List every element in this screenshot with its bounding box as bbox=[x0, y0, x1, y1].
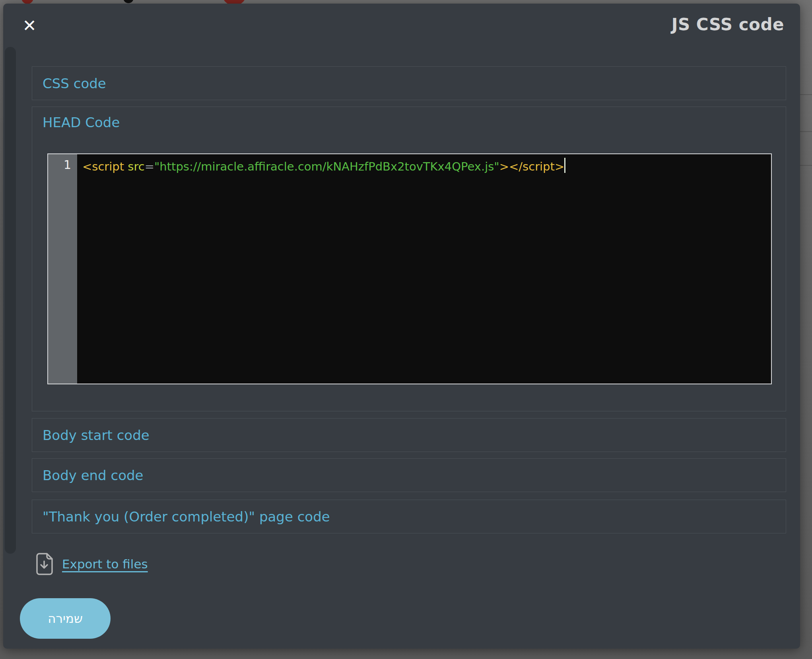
code-token-tag: <script bbox=[82, 160, 128, 173]
backdrop-black-badge-icon bbox=[123, 0, 134, 3]
file-download-icon bbox=[36, 552, 53, 576]
export-to-files-link[interactable]: Export to files bbox=[62, 557, 148, 571]
save-button[interactable]: שמירה bbox=[20, 598, 111, 639]
js-css-code-dialog: ✕ JS CSS code CSS code HEAD Code 1 <scri… bbox=[3, 4, 800, 649]
section-label: HEAD Code bbox=[32, 107, 786, 130]
editor-code-area[interactable]: <script src="https://miracle.affiracle.c… bbox=[77, 154, 771, 384]
close-icon[interactable]: ✕ bbox=[18, 15, 41, 37]
dialog-scrollbar-thumb[interactable] bbox=[5, 47, 16, 554]
code-token-tag: ></script> bbox=[499, 160, 564, 173]
code-token-operator: = bbox=[145, 160, 154, 173]
section-head-code[interactable]: HEAD Code 1 <script src="https://miracle… bbox=[32, 107, 786, 411]
section-label: Body start code bbox=[32, 427, 150, 443]
section-css-code[interactable]: CSS code bbox=[32, 66, 786, 100]
editor-line-number-gutter: 1 bbox=[48, 154, 77, 384]
backdrop-row-divider bbox=[800, 131, 812, 132]
text-cursor bbox=[564, 158, 565, 173]
export-row: Export to files bbox=[36, 552, 148, 576]
head-code-editor[interactable]: 1 <script src="https://miracle.affiracle… bbox=[47, 153, 772, 384]
dialog-title: JS CSS code bbox=[672, 15, 784, 34]
code-token-attribute: src bbox=[128, 160, 144, 173]
section-thank-you-page-code[interactable]: "Thank you (Order completed)" page code bbox=[32, 500, 786, 533]
backdrop-row-divider bbox=[800, 165, 812, 166]
code-token-string: "https://miracle.affiracle.com/kNAHzfPdB… bbox=[154, 160, 499, 173]
section-label: CSS code bbox=[32, 76, 106, 91]
section-body-end-code[interactable]: Body end code bbox=[32, 458, 786, 492]
backdrop-row-divider bbox=[800, 94, 812, 95]
section-label: "Thank you (Order completed)" page code bbox=[32, 509, 330, 525]
section-label: Body end code bbox=[32, 467, 144, 483]
section-body-start-code[interactable]: Body start code bbox=[32, 418, 786, 452]
line-number: 1 bbox=[64, 158, 71, 172]
